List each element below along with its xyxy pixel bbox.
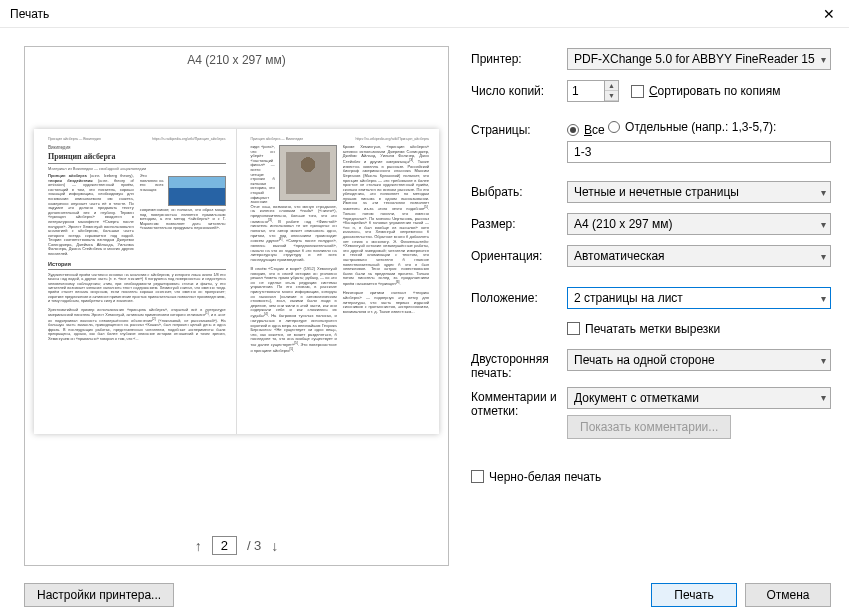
doc-section-history: История bbox=[48, 261, 226, 267]
orientation-combo[interactable]: Автоматическая ▾ bbox=[567, 245, 831, 267]
pager-total: / 3 bbox=[247, 538, 261, 553]
window-title: Печать bbox=[10, 7, 49, 21]
page-header-left-2: Принцип айсберга — Википедия bbox=[251, 137, 304, 141]
duplex-combo[interactable]: Печать на одной стороне ▾ bbox=[567, 349, 831, 371]
cancel-button[interactable]: Отмена bbox=[745, 583, 831, 607]
copies-label: Число копий: bbox=[471, 84, 567, 98]
position-combo[interactable]: 2 страницы на лист ▾ bbox=[567, 287, 831, 309]
chevron-down-icon: ▾ bbox=[821, 251, 826, 262]
chevron-down-icon: ▾ bbox=[821, 219, 826, 230]
size-label: Размер: bbox=[471, 217, 567, 231]
position-label: Положение: bbox=[471, 291, 567, 305]
radio-pages-custom-label: Отдельные (напр.: 1,3-5,7): bbox=[625, 120, 776, 134]
page-preview: Принцип айсберга — Википедия https://ru.… bbox=[34, 129, 439, 434]
size-combo[interactable]: A4 (210 x 297 мм) ▾ bbox=[567, 213, 831, 235]
select-combo[interactable]: Четные и нечетные страницы ▾ bbox=[567, 181, 831, 203]
pages-range-input[interactable]: 1-3 bbox=[567, 141, 831, 163]
radio-pages-custom[interactable]: Отдельные (напр.: 1,3-5,7): bbox=[608, 120, 776, 134]
comments-label: Комментарии и отметки: bbox=[471, 387, 567, 419]
cropmarks-label: Печатать метки вырезки bbox=[585, 322, 720, 336]
titlebar: Печать ✕ bbox=[0, 0, 849, 28]
radio-pages-all-label: Все bbox=[584, 123, 605, 137]
pages-range-value: 1-3 bbox=[574, 145, 591, 159]
cropmarks-checkbox[interactable]: Печатать метки вырезки bbox=[567, 322, 720, 336]
image-iceberg bbox=[168, 176, 226, 206]
chevron-down-icon: ▾ bbox=[821, 187, 826, 198]
collate-checkbox[interactable]: Сортировать по копиям bbox=[631, 84, 781, 98]
close-icon[interactable]: ✕ bbox=[817, 6, 841, 22]
copies-spinner[interactable]: ▲▼ bbox=[567, 80, 619, 102]
printer-combo[interactable]: PDF-XChange 5.0 for ABBYY FineReader 15 … bbox=[567, 48, 831, 70]
duplex-label: Двусторонняя печать: bbox=[471, 349, 567, 381]
orientation-value: Автоматическая bbox=[574, 249, 665, 263]
select-label: Выбрать: bbox=[471, 185, 567, 199]
settings-pane: Принтер: PDF-XChange 5.0 for ABBYY FineR… bbox=[455, 28, 849, 576]
spin-down-icon[interactable]: ▼ bbox=[605, 91, 618, 101]
paper-size-caption: A4 (210 x 297 мм) bbox=[187, 53, 286, 67]
doc-source: Википедия bbox=[48, 145, 226, 150]
page-header-url: https://ru.wikipedia.org/wiki/Принцип_ай… bbox=[152, 137, 226, 141]
position-value: 2 страницы на лист bbox=[574, 291, 683, 305]
pager-next-icon[interactable]: ↓ bbox=[271, 538, 278, 554]
orientation-label: Ориентация: bbox=[471, 249, 567, 263]
doc-title: Принцип айсберга bbox=[48, 152, 226, 161]
bw-label: Черно-белая печать bbox=[489, 470, 601, 484]
pager-current[interactable]: 2 bbox=[212, 536, 237, 555]
pages-label: Страницы: bbox=[471, 120, 567, 137]
comments-combo[interactable]: Документ с отметками ▾ bbox=[567, 387, 831, 409]
size-value: A4 (210 x 297 мм) bbox=[574, 217, 673, 231]
pager: ↑ 2 / 3 ↓ bbox=[195, 528, 279, 565]
printer-label: Принтер: bbox=[471, 52, 567, 66]
page-header-url-2: https://ru.wikipedia.org/wiki/Принцип_ай… bbox=[355, 137, 429, 141]
chevron-down-icon: ▾ bbox=[821, 355, 826, 366]
image-hemingway bbox=[279, 145, 337, 201]
chevron-down-icon: ▾ bbox=[821, 392, 826, 403]
chevron-down-icon: ▾ bbox=[821, 54, 826, 65]
chevron-down-icon: ▾ bbox=[821, 293, 826, 304]
page-header-left: Принцип айсберга — Википедия bbox=[48, 137, 101, 141]
comments-value: Документ с отметками bbox=[574, 391, 699, 405]
bw-checkbox[interactable]: Черно-белая печать bbox=[471, 470, 601, 484]
radio-pages-all[interactable]: Все bbox=[567, 123, 605, 137]
select-value: Четные и нечетные страницы bbox=[574, 185, 739, 199]
show-comments-button[interactable]: Показать комментарии... bbox=[567, 415, 731, 439]
spin-up-icon[interactable]: ▲ bbox=[605, 81, 618, 91]
print-button[interactable]: Печать bbox=[651, 583, 737, 607]
printer-settings-button[interactable]: Настройки принтера... bbox=[24, 583, 174, 607]
copies-input[interactable] bbox=[568, 81, 604, 101]
collate-label: Сортировать по копиям bbox=[649, 84, 781, 98]
doc-subtitle: Материал из Википедии — свободной энцикл… bbox=[48, 167, 226, 172]
pager-prev-icon[interactable]: ↑ bbox=[195, 538, 202, 554]
duplex-value: Печать на одной стороне bbox=[574, 353, 715, 367]
preview-pane: A4 (210 x 297 мм) Принцип айсберга — Вик… bbox=[0, 28, 455, 576]
printer-value: PDF-XChange 5.0 for ABBYY FineReader 15 bbox=[574, 52, 815, 66]
